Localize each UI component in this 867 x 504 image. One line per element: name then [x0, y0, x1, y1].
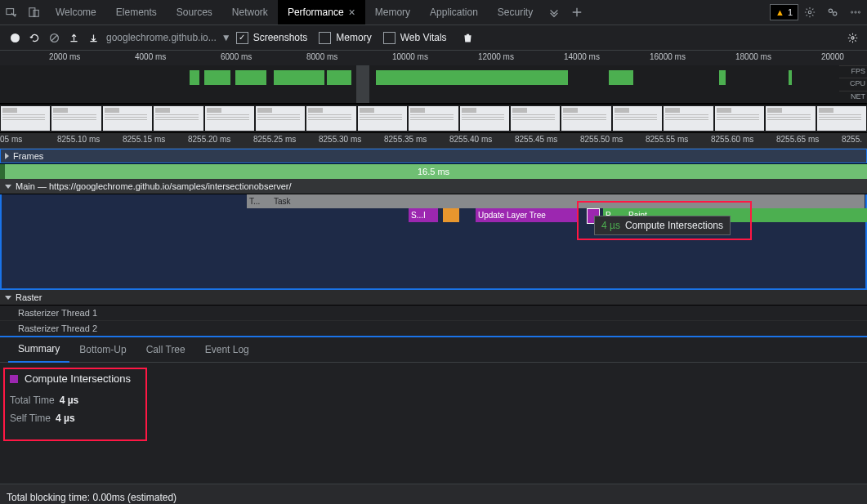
- clear-button[interactable]: [44, 28, 64, 47]
- recording-url[interactable]: googlechrome.github.io...: [106, 32, 217, 43]
- tab-memory[interactable]: Memory: [365, 0, 420, 25]
- task-block[interactable]: T...: [247, 194, 273, 208]
- filmstrip-frame[interactable]: [561, 106, 610, 131]
- filmstrip-frame[interactable]: [306, 106, 355, 131]
- tab-network[interactable]: Network: [222, 0, 278, 25]
- webvitals-checkbox[interactable]: [383, 32, 396, 44]
- overview-ruler[interactable]: 2000 ms 4000 ms 6000 ms 8000 ms 10000 ms…: [0, 51, 867, 65]
- tab-call-tree[interactable]: Call Tree: [136, 337, 195, 362]
- svg-point-7: [855, 11, 856, 13]
- webvitals-label: Web Vitals: [400, 32, 447, 43]
- event-orange[interactable]: [443, 208, 459, 222]
- filmstrip-frame[interactable]: [256, 106, 305, 131]
- tab-event-log[interactable]: Event Log: [195, 337, 259, 362]
- delete-button[interactable]: [458, 28, 478, 47]
- filmstrip-frame[interactable]: [664, 106, 713, 131]
- filmstrip[interactable]: [0, 104, 867, 133]
- task-block[interactable]: Task: [271, 194, 865, 208]
- reload-button[interactable]: [25, 28, 44, 47]
- raster-header[interactable]: Raster: [0, 290, 867, 306]
- filmstrip-frame[interactable]: [51, 106, 101, 131]
- capture-settings-icon[interactable]: [842, 28, 862, 47]
- dropdown-icon[interactable]: ▼: [221, 32, 231, 43]
- collapse-icon: [5, 185, 11, 189]
- summary-row: Self Time4 µs: [10, 413, 857, 424]
- raster-thread[interactable]: Rasterizer Thread 2: [0, 321, 867, 337]
- tab-elements[interactable]: Elements: [106, 0, 167, 25]
- record-button[interactable]: [5, 28, 25, 47]
- filmstrip-frame[interactable]: [613, 106, 662, 131]
- filmstrip-frame[interactable]: [358, 106, 407, 131]
- filmstrip-frame[interactable]: [205, 106, 254, 131]
- tab-summary[interactable]: Summary: [8, 337, 69, 363]
- collapse-icon: [5, 296, 11, 300]
- close-icon[interactable]: ×: [349, 6, 355, 19]
- svg-rect-1: [29, 8, 35, 17]
- filmstrip-frame[interactable]: [511, 106, 560, 131]
- overview-labels: FPSCPUNET: [839, 65, 867, 103]
- tab-bottom-up[interactable]: Bottom-Up: [69, 337, 136, 362]
- panel-tabs: Welcome Elements Sources Network Perform…: [46, 0, 543, 25]
- settings-icon[interactable]: [798, 0, 821, 25]
- tab-sources[interactable]: Sources: [167, 0, 222, 25]
- filmstrip-frame[interactable]: [766, 106, 815, 131]
- upload-button[interactable]: [64, 28, 83, 47]
- screenshots-checkbox[interactable]: [236, 32, 248, 44]
- svg-point-3: [808, 11, 811, 14]
- event-tooltip: 4 µsCompute Intersections: [594, 216, 731, 235]
- tab-security[interactable]: Security: [488, 0, 543, 25]
- inspect-icon[interactable]: [0, 0, 23, 25]
- device-icon[interactable]: [23, 0, 46, 25]
- filmstrip-frame[interactable]: [715, 106, 764, 131]
- memory-label: Memory: [336, 32, 371, 43]
- raster-section: Raster Rasterizer Thread 1 Rasterizer Th…: [0, 290, 867, 337]
- filmstrip-frame[interactable]: [1, 106, 50, 131]
- expand-icon: [5, 153, 9, 159]
- svg-point-5: [833, 12, 836, 16]
- detail-ruler[interactable]: 05 ms 8255.10 ms 8255.15 ms 8255.20 ms 8…: [0, 133, 867, 149]
- warning-icon: ▲: [775, 7, 784, 17]
- color-swatch: [10, 375, 18, 383]
- frame-bar[interactable]: 16.5 ms: [0, 164, 867, 179]
- svg-point-10: [851, 36, 853, 38]
- details-tabs: Summary Bottom-Up Call Tree Event Log: [0, 337, 867, 363]
- issues-badge[interactable]: ▲1: [770, 4, 798, 20]
- overview-chart[interactable]: FPSCPUNET: [0, 65, 867, 104]
- performance-toolbar: googlechrome.github.io... ▼ Screenshots …: [0, 25, 867, 51]
- svg-point-4: [829, 9, 832, 12]
- filmstrip-frame[interactable]: [409, 106, 458, 131]
- main-track-header[interactable]: Main — https://googlechrome.github.io/sa…: [0, 179, 867, 194]
- filmstrip-frame[interactable]: [817, 106, 866, 131]
- screenshots-label: Screenshots: [253, 32, 308, 43]
- more-tabs-icon[interactable]: [543, 0, 565, 25]
- experiments-icon[interactable]: [821, 0, 844, 25]
- frames-track-header[interactable]: Frames: [0, 149, 867, 164]
- raster-thread[interactable]: Rasterizer Thread 1: [0, 306, 867, 321]
- summary-pane: Compute Intersections Total Time4 µs Sel…: [0, 363, 867, 484]
- summary-title: Compute Intersections: [10, 372, 857, 385]
- filmstrip-frame[interactable]: [154, 106, 203, 131]
- flame-chart[interactable]: T... Task S...I Update Layer Tree P... P…: [0, 194, 867, 290]
- filmstrip-frame[interactable]: [460, 106, 509, 131]
- event-update-layer-tree[interactable]: Update Layer Tree: [476, 208, 577, 222]
- svg-point-8: [858, 11, 860, 13]
- tab-welcome[interactable]: Welcome: [46, 0, 106, 25]
- footer-status: Total blocking time: 0.00ms (estimated): [0, 484, 867, 504]
- svg-point-6: [851, 11, 852, 13]
- more-icon[interactable]: [844, 0, 867, 25]
- svg-rect-2: [34, 10, 38, 16]
- filmstrip-frame[interactable]: [103, 106, 152, 131]
- tab-application[interactable]: Application: [420, 0, 488, 25]
- download-button[interactable]: [83, 28, 103, 47]
- event-schedule-style[interactable]: S...I: [409, 208, 438, 222]
- memory-checkbox[interactable]: [319, 32, 331, 44]
- tab-performance[interactable]: Performance×: [278, 0, 365, 25]
- devtools-tabbar: Welcome Elements Sources Network Perform…: [0, 0, 867, 25]
- summary-row: Total Time4 µs: [10, 395, 857, 406]
- add-tab-icon[interactable]: [565, 0, 588, 25]
